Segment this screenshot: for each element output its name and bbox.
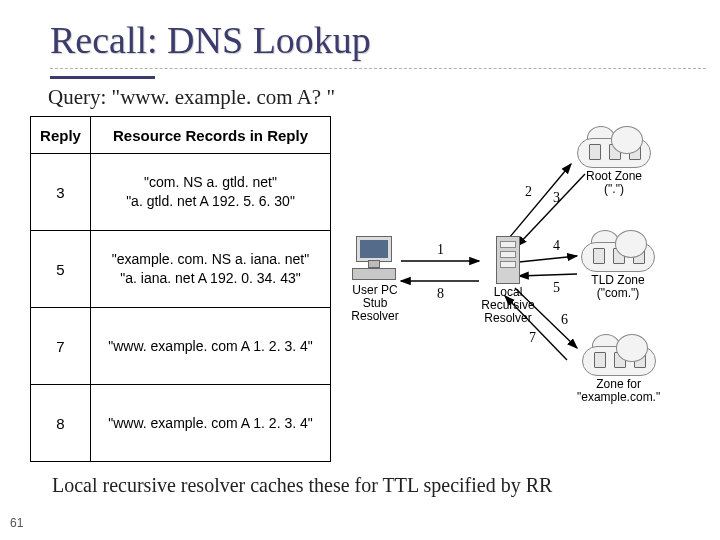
svg-line-2 [504,164,571,244]
node-label: Zone for"example.com." [577,378,660,404]
col-header-reply: Reply [31,117,91,154]
rr-line: "example. com. NS a. iana. net" [112,251,309,267]
arrow-label: 7 [529,330,536,345]
divider [50,68,706,70]
cell-rr: "com. NS a. gtld. net" "a. gtld. net A 1… [91,154,331,231]
rr-line: "com. NS a. gtld. net" [144,174,277,190]
arrow-label: 5 [553,280,560,295]
query-text: Query: "www. example. com A? " [48,85,720,110]
rr-line: "a. iana. net A 192. 0. 34. 43" [120,270,300,286]
node-label: Root Zone(".") [577,170,651,196]
cell-reply: 3 [31,154,91,231]
table-row: 8 "www. example. com A 1. 2. 3. 4" [31,385,331,462]
cloud-icon [577,130,651,168]
server-icon [496,236,520,284]
node-auth-zone: Zone for"example.com." [577,338,660,404]
node-local-resolver: LocalRecursiveResolver [473,236,543,326]
rr-line: "www. example. com A 1. 2. 3. 4" [108,415,312,431]
node-tld-zone: TLD Zone("com.") [581,234,655,300]
rr-line: "a. gtld. net A 192. 5. 6. 30" [126,193,295,209]
rr-line: "www. example. com A 1. 2. 3. 4" [108,338,312,354]
pc-icon [350,236,400,282]
cell-reply: 7 [31,308,91,385]
slide-title: Recall: DNS Lookup [50,18,720,62]
dns-reply-table: Reply Resource Records in Reply 3 "com. … [30,116,331,462]
arrow-label: 1 [437,242,444,257]
table-row: 5 "example. com. NS a. iana. net" "a. ia… [31,231,331,308]
table-row: 7 "www. example. com A 1. 2. 3. 4" [31,308,331,385]
node-label: TLD Zone("com.") [581,274,655,300]
arrow-label: 8 [437,286,444,301]
accent-bar [50,76,155,79]
table-row: 3 "com. NS a. gtld. net" "a. gtld. net A… [31,154,331,231]
arrow-label: 6 [561,312,568,327]
cloud-icon [582,338,656,376]
cell-reply: 8 [31,385,91,462]
node-user-pc: User PCStubResolver [345,236,405,324]
node-label: LocalRecursiveResolver [473,286,543,326]
dns-topology-diagram: 1 8 2 3 4 5 6 7 Root [339,116,679,436]
arrow-label: 2 [525,184,532,199]
page-number: 61 [10,516,23,530]
node-root-zone: Root Zone(".") [577,130,651,196]
footer-text: Local recursive resolver caches these fo… [52,474,720,497]
cell-rr: "www. example. com A 1. 2. 3. 4" [91,385,331,462]
cell-rr: "example. com. NS a. iana. net" "a. iana… [91,231,331,308]
node-label: User PCStubResolver [345,284,405,324]
arrow-label: 4 [553,238,560,253]
cell-reply: 5 [31,231,91,308]
cloud-icon [581,234,655,272]
cell-rr: "www. example. com A 1. 2. 3. 4" [91,308,331,385]
col-header-rr: Resource Records in Reply [91,117,331,154]
arrow-label: 3 [553,190,560,205]
